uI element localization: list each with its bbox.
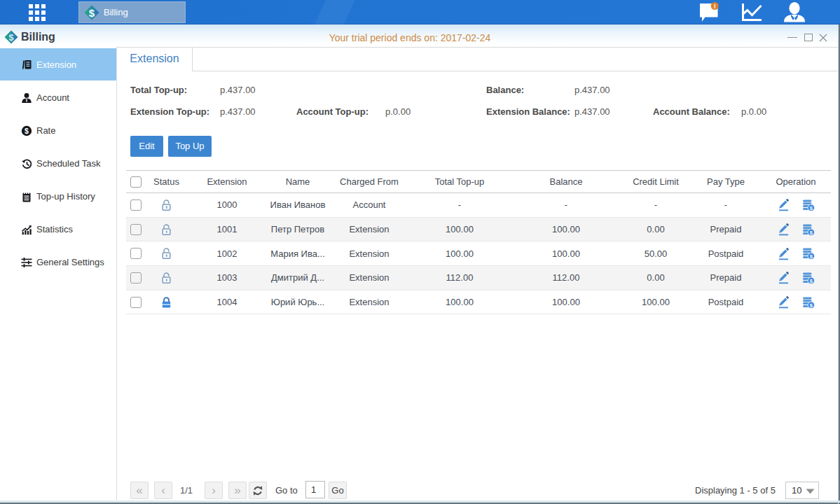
svg-text:!: !	[714, 3, 716, 10]
svg-text:$: $	[25, 127, 29, 135]
svg-text:$: $	[89, 6, 95, 18]
